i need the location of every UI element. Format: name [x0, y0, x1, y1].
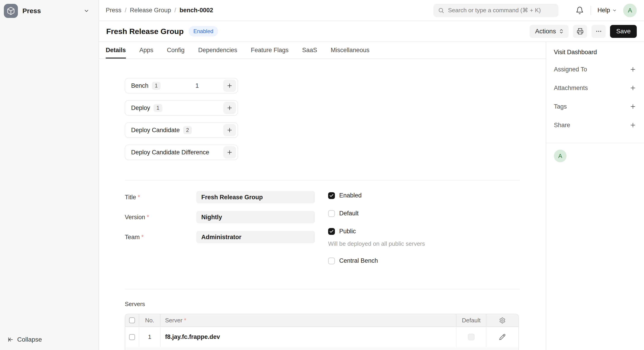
- print-button[interactable]: [573, 25, 587, 38]
- tab-config[interactable]: Config: [167, 42, 184, 59]
- title-input[interactable]: [196, 191, 315, 203]
- version-input[interactable]: [196, 211, 315, 223]
- topbar-right: Help A: [434, 4, 637, 17]
- field-label: Team*: [125, 234, 196, 241]
- chevron-down-icon: [84, 8, 90, 14]
- breadcrumb-separator: /: [125, 7, 126, 14]
- header-select-cell: [125, 314, 139, 326]
- central-bench-checkbox-row[interactable]: Central Bench: [328, 257, 520, 264]
- plus-icon: [226, 105, 233, 111]
- default-checkbox-row[interactable]: Default: [328, 210, 520, 217]
- add-bench-button[interactable]: [223, 80, 236, 92]
- tab-saas[interactable]: SaaS: [302, 42, 317, 59]
- notifications-button[interactable]: [576, 6, 584, 15]
- left-sidebar: Press Collapse: [0, 0, 99, 350]
- enabled-checkbox-row[interactable]: Enabled: [328, 192, 520, 199]
- tab-miscellaneous[interactable]: Miscellaneous: [330, 42, 369, 59]
- add-assignment-button[interactable]: [630, 66, 636, 73]
- field-label: Title*: [125, 194, 196, 201]
- chevrons-up-down-icon: [559, 29, 564, 34]
- assigned-to-row: Assigned To: [554, 66, 636, 73]
- app-name: Press: [22, 7, 41, 15]
- public-checkbox[interactable]: [328, 228, 335, 235]
- plus-icon: [630, 85, 636, 91]
- link-count-badge: 1: [152, 82, 161, 90]
- default-cell: [456, 326, 486, 347]
- breadcrumb-press[interactable]: Press: [106, 7, 121, 14]
- servers-table-header: No. Server* Default: [125, 314, 518, 326]
- checkbox-label: Central Bench: [339, 257, 378, 264]
- visit-dashboard-link[interactable]: Visit Dashboard: [554, 49, 636, 56]
- link-label: Bench: [131, 82, 148, 89]
- row-select-checkbox[interactable]: [129, 334, 135, 340]
- public-checkbox-description: Will be deployed on all public servers: [328, 240, 520, 247]
- grid-settings-button[interactable]: [499, 317, 506, 324]
- link-count-badge: 2: [183, 126, 192, 134]
- collapse-sidebar-button[interactable]: Collapse: [0, 336, 98, 350]
- checkbox-label: Public: [339, 228, 356, 235]
- add-deploy-button[interactable]: [223, 102, 236, 114]
- header-settings-cell: [486, 314, 518, 326]
- share-row: Share: [554, 122, 636, 129]
- tab-dependencies[interactable]: Dependencies: [198, 42, 237, 59]
- app-selector[interactable]: Press: [0, 0, 98, 22]
- search-input[interactable]: [448, 7, 554, 14]
- breadcrumb-release-group[interactable]: Release Group: [130, 7, 171, 14]
- required-marker: *: [184, 317, 186, 324]
- plus-icon: [630, 66, 636, 73]
- link-card-deploy-candidate[interactable]: Deploy Candidate 2: [125, 122, 238, 138]
- collapse-icon: [7, 336, 14, 343]
- add-tag-button[interactable]: [630, 103, 636, 110]
- details-tab-panel: Bench 1 1 Deploy 1: [99, 59, 546, 350]
- link-card-bench[interactable]: Bench 1 1: [125, 78, 238, 93]
- row-select-cell: [125, 326, 139, 347]
- actions-button[interactable]: Actions: [530, 25, 568, 38]
- right-side-panel: Visit Dashboard Assigned To Attachments: [546, 42, 644, 350]
- link-card-deploy-candidate-difference[interactable]: Deploy Candidate Difference: [125, 145, 238, 160]
- field-label: Version*: [125, 214, 196, 221]
- actions-label: Actions: [535, 28, 556, 35]
- team-input[interactable]: [196, 231, 315, 243]
- plus-icon: [226, 83, 233, 89]
- status-badge: Enabled: [189, 26, 218, 37]
- header-default: Default: [456, 314, 486, 326]
- checkbox-label: Enabled: [339, 192, 362, 199]
- top-bar: Press / Release Group / bench-0002 Help: [99, 0, 644, 21]
- public-checkbox-row[interactable]: Public: [328, 228, 520, 235]
- user-avatar[interactable]: A: [623, 4, 637, 17]
- tab-details[interactable]: Details: [106, 42, 126, 59]
- title-actions: Actions Save: [530, 25, 637, 38]
- default-checkbox[interactable]: [328, 210, 335, 217]
- enabled-checkbox[interactable]: [328, 192, 335, 199]
- main-column: Press / Release Group / bench-0002 Help: [99, 0, 644, 350]
- servers-section-label: Servers: [125, 300, 520, 308]
- more-options-button[interactable]: [592, 25, 606, 38]
- default-disabled-checkbox: [468, 334, 474, 340]
- add-attachment-button[interactable]: [630, 85, 636, 91]
- add-deploy-candidate-button[interactable]: [223, 124, 236, 136]
- select-all-checkbox[interactable]: [129, 317, 135, 323]
- required-marker: *: [147, 214, 149, 221]
- tab-bar: Details Apps Config Dependencies Feature…: [99, 42, 546, 59]
- tab-apps[interactable]: Apps: [140, 42, 154, 59]
- help-button[interactable]: Help: [597, 7, 617, 14]
- central-bench-checkbox[interactable]: [328, 257, 335, 264]
- tab-feature-flags[interactable]: Feature Flags: [251, 42, 289, 59]
- breadcrumb-separator: /: [174, 7, 176, 14]
- server-name-cell[interactable]: f8.jay.fc.frappe.dev: [160, 326, 456, 347]
- search-icon: [438, 7, 444, 14]
- content-row: Details Apps Config Dependencies Feature…: [99, 42, 644, 350]
- plus-icon: [630, 122, 636, 129]
- share-add-button[interactable]: [630, 122, 636, 129]
- attachments-row: Attachments: [554, 84, 636, 92]
- add-deploy-candidate-difference-button[interactable]: [223, 146, 236, 158]
- link-card-deploy[interactable]: Deploy 1: [125, 100, 238, 116]
- edit-row-button[interactable]: [499, 334, 506, 340]
- save-button[interactable]: Save: [610, 25, 637, 38]
- seen-by-avatar: A: [554, 150, 566, 162]
- server-row[interactable]: 1 f8.jay.fc.frappe.dev: [125, 326, 518, 347]
- link-open-count: 1: [196, 82, 199, 89]
- required-marker: *: [141, 234, 144, 240]
- breadcrumb: Press / Release Group / bench-0002: [106, 7, 213, 14]
- global-search[interactable]: [434, 4, 558, 17]
